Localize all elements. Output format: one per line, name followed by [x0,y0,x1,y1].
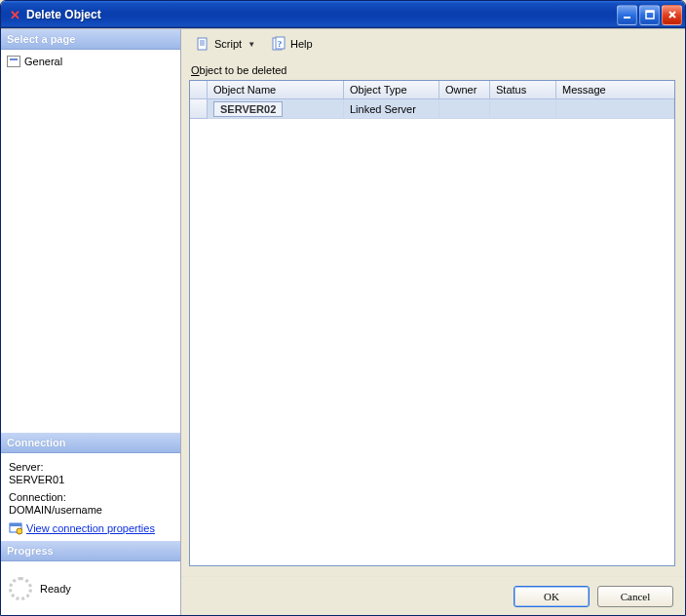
objects-grid[interactable]: Object Name Object Type Owner Status Mes… [189,80,675,566]
connection-header: Connection [1,433,180,453]
view-connection-row: View connection properties [9,521,172,535]
script-icon [195,36,210,52]
progress-box: Ready [1,561,180,615]
table-row[interactable]: SERVER02 Linked Server [190,99,674,119]
svg-point-7 [17,528,22,534]
progress-status: Ready [40,583,71,595]
left-panel: Select a page General Connection Server:… [1,29,181,615]
svg-rect-6 [10,523,21,526]
script-label: Script [214,38,242,50]
col-owner[interactable]: Owner [439,81,490,98]
window-buttons [617,5,682,25]
help-icon: ? [271,36,286,52]
server-value: SERVER01 [9,474,172,485]
server-label: Server: [9,461,172,473]
dialog-body: Select a page General Connection Server:… [1,28,685,615]
svg-rect-8 [198,38,207,50]
col-status[interactable]: Status [490,81,556,98]
cancel-button[interactable]: Cancel [597,586,673,607]
row-handle[interactable] [190,99,208,119]
script-button[interactable]: Script ▼ [189,33,261,55]
select-page-header: Select a page [1,29,180,50]
connection-value: DOMAIN/username [9,504,172,516]
cell-object-type: Linked Server [344,99,439,119]
connection-label: Connection: [9,491,172,503]
svg-text:?: ? [278,39,283,49]
svg-rect-0 [624,17,630,19]
minimize-button[interactable] [617,5,637,25]
progress-header: Progress [1,541,180,561]
grid-header: Object Name Object Type Owner Status Mes… [190,81,674,99]
maximize-button[interactable] [639,5,660,25]
page-item-general[interactable]: General [7,54,174,69]
cell-message [556,99,674,119]
view-connection-properties-link[interactable]: View connection properties [26,522,155,534]
content-heading: Object to be deleted [189,58,675,80]
ok-button[interactable]: OK [514,586,590,607]
connection-box: Server: SERVER01 Connection: DOMAIN/user… [1,453,180,541]
dialog-footer: OK Cancel [181,576,685,615]
cell-owner [439,99,490,119]
page-icon [7,56,20,67]
dialog-window: ✕ Delete Object Select a page General C [0,0,686,616]
progress-spinner-icon [9,577,32,600]
toolbar: Script ▼ ? Help [181,29,685,58]
col-object-name[interactable]: Object Name [208,81,344,98]
help-button[interactable]: ? Help [265,33,319,55]
page-tree: General [1,50,180,433]
right-panel: Script ▼ ? Help Object to be deleted Obj… [181,29,685,615]
close-button[interactable] [662,5,682,25]
window-title: Delete Object [26,8,617,21]
col-message[interactable]: Message [556,81,674,98]
main-content: Object to be deleted Object Name Object … [189,58,675,566]
title-bar[interactable]: ✕ Delete Object [1,1,685,28]
svg-rect-2 [646,11,654,13]
help-label: Help [290,38,313,50]
connection-props-icon [9,521,22,535]
col-object-type[interactable]: Object Type [344,81,439,98]
page-item-label: General [24,56,62,67]
cell-object-name: SERVER02 [208,99,344,119]
chevron-down-icon: ▼ [248,40,255,49]
cell-status [490,99,556,119]
col-handle[interactable] [190,81,208,98]
grid-body: SERVER02 Linked Server [190,99,674,565]
delete-icon: ✕ [7,7,22,22]
object-name-chip: SERVER02 [213,101,283,117]
